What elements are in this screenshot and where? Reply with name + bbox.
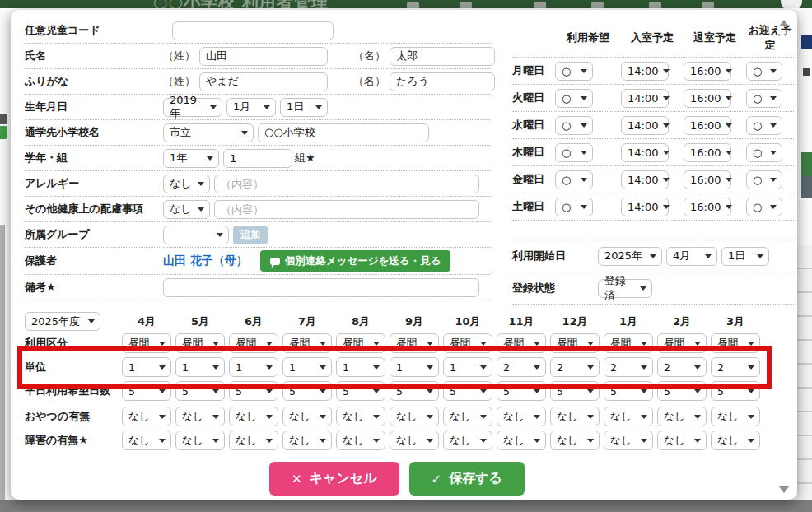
start-day-select[interactable]: 1日 xyxy=(721,247,769,266)
usage-type-select[interactable]: 昼間 xyxy=(282,333,332,353)
usage-type-select[interactable]: 昼間 xyxy=(122,333,171,353)
usage-type-select[interactable]: 昼間 xyxy=(336,333,385,353)
use-select[interactable]: ○ xyxy=(555,116,593,135)
disability-select[interactable]: なし xyxy=(550,431,600,450)
leave-time-select[interactable]: 16:00 xyxy=(684,116,731,135)
pickup-select[interactable]: ○ xyxy=(746,116,782,135)
health-select[interactable]: なし xyxy=(163,200,210,219)
snack-select[interactable]: なし xyxy=(497,407,546,426)
usage-type-select[interactable]: 昼間 xyxy=(604,333,653,353)
usage-type-select[interactable]: 昼間 xyxy=(390,333,439,353)
weekday-days-select[interactable]: 5 xyxy=(443,381,492,401)
grade-select[interactable]: 1年 xyxy=(163,149,219,168)
disability-select[interactable]: なし xyxy=(122,431,171,450)
use-select[interactable]: ○ xyxy=(555,89,593,108)
unit-select[interactable]: 2 xyxy=(604,357,653,377)
leave-time-select[interactable]: 16:00 xyxy=(684,89,731,108)
unit-select[interactable]: 2 xyxy=(711,357,760,377)
unit-select[interactable]: 2 xyxy=(550,357,600,377)
snack-select[interactable]: なし xyxy=(604,407,653,426)
weekday-days-select[interactable]: 5 xyxy=(336,381,385,401)
add-group-button[interactable]: 追加 xyxy=(233,226,268,244)
unit-select[interactable]: 1 xyxy=(336,357,385,377)
weekday-days-select[interactable]: 5 xyxy=(657,381,707,401)
disability-select[interactable]: なし xyxy=(657,431,707,450)
pickup-select[interactable]: ○ xyxy=(746,62,782,81)
child-code-input[interactable] xyxy=(172,21,334,40)
leave-time-select[interactable]: 16:00 xyxy=(684,198,731,216)
unit-select[interactable]: 2 xyxy=(497,357,546,377)
guardian-link[interactable]: 山田 花子（母） xyxy=(163,254,248,268)
weekday-days-select[interactable]: 5 xyxy=(390,381,439,401)
allergy-detail-input[interactable] xyxy=(214,175,479,193)
snack-select[interactable]: なし xyxy=(336,407,385,426)
enter-time-select[interactable]: 14:00 xyxy=(621,170,669,189)
scrollbar-down-arrow[interactable] xyxy=(779,486,789,493)
pickup-select[interactable]: ○ xyxy=(746,198,782,216)
snack-select[interactable]: なし xyxy=(122,407,171,426)
disability-select[interactable]: なし xyxy=(229,431,278,450)
weekday-days-select[interactable]: 5 xyxy=(175,381,225,401)
weekday-days-select[interactable]: 5 xyxy=(604,381,653,401)
usage-type-select[interactable]: 昼間 xyxy=(229,333,278,353)
usage-type-select[interactable]: 昼間 xyxy=(497,333,546,353)
disability-select[interactable]: なし xyxy=(390,431,439,450)
leave-time-select[interactable]: 16:00 xyxy=(684,62,731,81)
disability-select[interactable]: なし xyxy=(336,431,385,450)
usage-type-select[interactable]: 昼間 xyxy=(711,333,760,353)
usage-type-select[interactable]: 昼間 xyxy=(175,333,225,353)
group-select[interactable] xyxy=(163,226,229,244)
school-type-select[interactable]: 市立 xyxy=(163,123,254,142)
snack-select[interactable]: なし xyxy=(282,407,332,426)
enter-time-select[interactable]: 14:00 xyxy=(621,89,669,108)
birth-year-select[interactable]: 2019年 xyxy=(163,98,222,117)
unit-select[interactable]: 1 xyxy=(229,357,278,377)
pickup-select[interactable]: ○ xyxy=(746,170,782,189)
enter-time-select[interactable]: 14:00 xyxy=(621,198,669,216)
enter-time-select[interactable]: 14:00 xyxy=(621,62,669,81)
first-name-input[interactable] xyxy=(390,47,495,66)
use-select[interactable]: ○ xyxy=(555,62,593,81)
snack-select[interactable]: なし xyxy=(390,407,439,426)
usage-type-select[interactable]: 昼間 xyxy=(657,333,707,353)
snack-select[interactable]: なし xyxy=(657,407,707,426)
use-select[interactable]: ○ xyxy=(555,143,593,162)
health-detail-input[interactable] xyxy=(214,200,479,219)
disability-select[interactable]: なし xyxy=(711,431,760,450)
save-button[interactable]: ✓ 保存する xyxy=(409,462,525,496)
unit-select[interactable]: 1 xyxy=(175,357,225,377)
pickup-select[interactable]: ○ xyxy=(746,89,782,108)
start-month-select[interactable]: 4月 xyxy=(666,247,717,266)
enter-time-select[interactable]: 14:00 xyxy=(621,143,669,162)
snack-select[interactable]: なし xyxy=(711,407,760,426)
unit-select[interactable]: 2 xyxy=(657,357,707,377)
usage-type-select[interactable]: 昼間 xyxy=(443,333,492,353)
unit-select[interactable]: 1 xyxy=(282,357,332,377)
last-name-input[interactable] xyxy=(199,47,328,66)
first-name-kana-input[interactable] xyxy=(390,72,495,91)
unit-select[interactable]: 1 xyxy=(122,357,171,377)
fiscal-year-select[interactable]: 2025年度 xyxy=(25,312,100,331)
disability-select[interactable]: なし xyxy=(497,431,546,450)
weekday-days-select[interactable]: 5 xyxy=(122,381,171,401)
birth-month-select[interactable]: 1月 xyxy=(226,98,276,117)
start-year-select[interactable]: 2025年 xyxy=(598,247,662,266)
cancel-button[interactable]: ✕ キャンセル xyxy=(269,462,399,496)
snack-select[interactable]: なし xyxy=(443,407,492,426)
weekday-days-select[interactable]: 5 xyxy=(711,381,760,401)
snack-select[interactable]: なし xyxy=(175,407,225,426)
disability-select[interactable]: なし xyxy=(443,431,492,450)
use-select[interactable]: ○ xyxy=(555,198,593,216)
school-name-input[interactable] xyxy=(258,123,429,142)
snack-select[interactable]: なし xyxy=(550,407,600,426)
use-select[interactable]: ○ xyxy=(555,170,593,189)
leave-time-select[interactable]: 16:00 xyxy=(684,170,731,189)
enter-time-select[interactable]: 14:00 xyxy=(621,116,669,135)
weekday-days-select[interactable]: 5 xyxy=(282,381,332,401)
registration-status-select[interactable]: 登録済 xyxy=(598,279,652,298)
usage-type-select[interactable]: 昼間 xyxy=(550,333,600,353)
weekday-days-select[interactable]: 5 xyxy=(229,381,278,401)
last-name-kana-input[interactable] xyxy=(199,72,328,91)
disability-select[interactable]: なし xyxy=(175,431,225,450)
allergy-select[interactable]: なし xyxy=(163,175,210,193)
